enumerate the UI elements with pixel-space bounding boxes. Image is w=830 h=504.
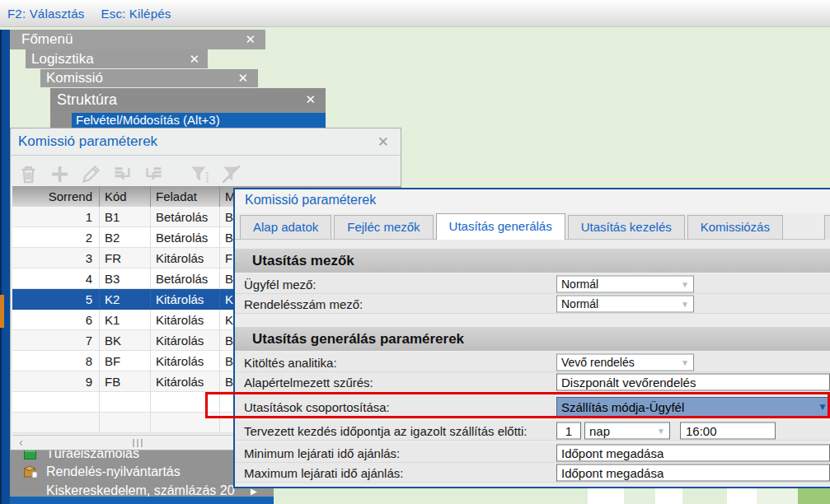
table-cell: 1 bbox=[12, 207, 100, 226]
table-cell: Betárolás bbox=[151, 227, 220, 247]
field-row-maximum-lejarati: Maximum lejárati idő ajánlás: Időpont me… bbox=[235, 463, 830, 483]
package-icon bbox=[23, 465, 38, 478]
export-icon[interactable] bbox=[141, 161, 166, 186]
days-before-input[interactable]: 1 bbox=[556, 422, 581, 439]
field-label: Rendelésszám mező: bbox=[244, 296, 363, 310]
field-label: Alapértelmezett szűrés: bbox=[244, 376, 373, 390]
table-cell: FR bbox=[100, 248, 151, 268]
import-icon[interactable] bbox=[110, 161, 134, 186]
close-icon[interactable]: ✕ bbox=[377, 133, 389, 151]
table-cell: B3 bbox=[100, 268, 151, 288]
table-cell: 4 bbox=[12, 268, 100, 288]
panel-titlebar: Komissió paraméterek bbox=[235, 189, 830, 213]
rendelesszam-mezo-dropdown[interactable]: Normál ▼ bbox=[556, 295, 694, 312]
table-cell bbox=[151, 392, 220, 412]
table-cell: 8 bbox=[12, 351, 100, 371]
column-header-feladat[interactable]: Feladat bbox=[151, 186, 220, 207]
kitoltes-analitika-dropdown[interactable]: Vevő rendelés ▼ bbox=[556, 353, 694, 371]
window-title: Struktúra bbox=[57, 91, 117, 109]
minimum-lejarati-field[interactable]: Időpont megadása bbox=[556, 444, 830, 461]
table-cell: Kitárolás bbox=[151, 330, 220, 350]
chevron-down-icon: ▼ bbox=[681, 357, 689, 366]
scroll-left-icon[interactable]: ‹ bbox=[19, 435, 23, 450]
section-heading-utasitas-mezok: Utasítás mezők bbox=[235, 249, 830, 273]
table-cell: BF bbox=[100, 351, 151, 371]
table-cell: 5 bbox=[12, 289, 100, 309]
field-label: Tervezett kezdés időpontja az igazolt sz… bbox=[244, 423, 528, 437]
filter-icon[interactable] bbox=[187, 161, 212, 186]
ugyfel-mezo-dropdown[interactable]: Normál ▼ bbox=[556, 275, 694, 292]
shortcut-select[interactable]: F2: Választás bbox=[7, 7, 84, 21]
table-cell: Kitárolás bbox=[151, 351, 220, 371]
table-cell: 3 bbox=[12, 248, 100, 268]
table-cell: B1 bbox=[100, 207, 151, 226]
field-label: Utasítások csoportosítása: bbox=[244, 400, 390, 414]
close-icon[interactable]: ✕ bbox=[245, 32, 256, 47]
table-cell bbox=[100, 413, 151, 432]
chevron-down-icon: ▼ bbox=[657, 426, 665, 435]
window-logisztika-titlebar[interactable]: Logisztika ✕ bbox=[26, 49, 208, 68]
tab-bar: Alap adatok Fejléc mezők Utasítás generá… bbox=[235, 213, 830, 240]
shortcut-bar: F2: Választás Esc: Kilépés bbox=[0, 0, 830, 27]
filter-clear-icon[interactable] bbox=[218, 161, 243, 186]
field-label: Ügyfél mező: bbox=[244, 277, 317, 291]
field-label: Minimum lejárati idő ajánlás: bbox=[244, 446, 400, 460]
section-heading-utasitas-generalas-parameterek: Utasítás generálás paramérerek bbox=[235, 327, 830, 351]
window-titlebar[interactable]: Komissió paraméterek bbox=[11, 128, 401, 156]
table-cell: K1 bbox=[100, 310, 151, 329]
table-cell bbox=[100, 392, 151, 412]
window-title: Komissió paraméterek bbox=[18, 133, 157, 150]
alapertelmezett-szures-field[interactable]: Diszponált vevőrendelés bbox=[556, 374, 830, 391]
window-struktura-titlebar[interactable]: Struktúra ✕ bbox=[50, 88, 326, 111]
table-cell: B2 bbox=[100, 227, 151, 247]
unit-dropdown[interactable]: nap ▼ bbox=[584, 422, 670, 439]
utasitasok-csoportositasa-dropdown[interactable]: Szállítás módja-Ügyfél ▼ bbox=[556, 397, 830, 417]
tab-utasitas-generalas[interactable]: Utasítás generálás bbox=[436, 213, 565, 240]
table-cell: Betárolás bbox=[151, 207, 220, 226]
panel-title: Komissió paraméterek bbox=[245, 193, 376, 208]
window-komissio-titlebar[interactable]: Komissió ✕ bbox=[40, 69, 258, 87]
window-title: Komissió bbox=[46, 70, 103, 86]
field-row-minimum-lejarati: Minimum lejárati idő ajánlás: Időpont me… bbox=[235, 443, 830, 463]
table-cell: 2 bbox=[12, 227, 100, 247]
column-header-sorrend[interactable]: Sorrend bbox=[12, 186, 100, 207]
close-icon[interactable]: ✕ bbox=[189, 52, 199, 67]
pencil-icon[interactable] bbox=[78, 161, 103, 186]
trash-icon[interactable] bbox=[16, 161, 40, 186]
orange-strip bbox=[0, 295, 4, 328]
close-icon[interactable]: ✕ bbox=[305, 92, 316, 107]
shortcut-exit[interactable]: Esc: Kilépés bbox=[101, 7, 171, 21]
table-cell: Kitárolás bbox=[151, 371, 220, 391]
menu-item-highlighted[interactable] bbox=[10, 497, 274, 504]
tab-fejlec-mezok[interactable]: Fejléc mezők bbox=[334, 215, 433, 239]
chevron-down-icon: ▼ bbox=[681, 299, 689, 308]
table-cell: FB bbox=[100, 371, 151, 391]
table-cell: Kitárolás bbox=[151, 310, 220, 329]
komissio-parameterek-panel: Komissió paraméterek Alap adatok Fejléc … bbox=[233, 188, 830, 488]
maximum-lejarati-field[interactable]: Időpont megadása bbox=[556, 464, 830, 481]
window-left-border bbox=[0, 30, 10, 504]
table-cell bbox=[151, 413, 220, 432]
field-row-kitoltes-analitika: Kitöltés analitika: Vevő rendelés ▼ bbox=[235, 352, 830, 372]
tab-alap-adatok[interactable]: Alap adatok bbox=[240, 215, 331, 239]
tab-utasitas-kezeles[interactable]: Utasítás kezelés bbox=[568, 215, 685, 239]
toolbar bbox=[16, 160, 250, 188]
field-label: Maximum lejárati idő ajánlás: bbox=[244, 465, 403, 479]
window-fomenu-titlebar[interactable]: Főmenü ✕ bbox=[10, 30, 265, 49]
tab-komissiozas[interactable]: Komissiózás bbox=[687, 215, 783, 239]
tab-partial[interactable] bbox=[824, 215, 830, 240]
scroll-grip[interactable] bbox=[133, 439, 143, 447]
column-header-kod[interactable]: Kód bbox=[100, 186, 151, 207]
field-row-alapertelmezett-szures: Alapértelmezett szűrés: Diszponált vevőr… bbox=[235, 372, 830, 393]
chevron-down-icon[interactable]: ▼ bbox=[814, 398, 830, 416]
time-input[interactable]: 16:00 bbox=[680, 422, 776, 439]
plus-icon[interactable] bbox=[47, 161, 72, 186]
table-cell bbox=[12, 392, 100, 412]
table-cell: 7 bbox=[12, 330, 100, 350]
table-cell: Kitárolás bbox=[151, 289, 220, 309]
field-row-tervezett-kezdes: Tervezett kezdés időpontja az igazolt sz… bbox=[235, 421, 830, 441]
table-cell: 9 bbox=[12, 371, 100, 391]
menu-item-felvetel-modositas[interactable]: Felvétel/Módosítás (Alt+3) bbox=[72, 113, 326, 128]
close-icon[interactable]: ✕ bbox=[237, 71, 248, 86]
field-row-rendelesszam-mezo: Rendelésszám mező: Normál ▼ bbox=[235, 294, 830, 314]
